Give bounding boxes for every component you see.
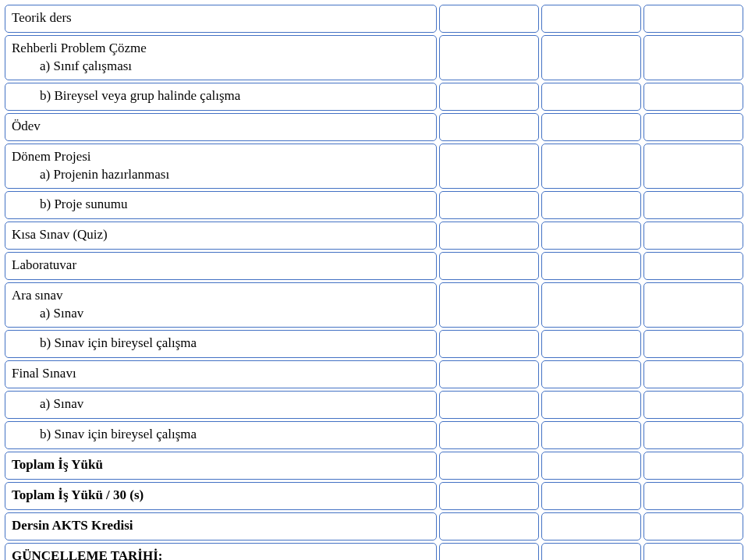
data-cell <box>643 113 743 141</box>
table-row: Ödev <box>5 113 743 141</box>
data-cell <box>439 360 539 388</box>
data-cell <box>643 391 743 419</box>
row-label-text: Toplam İş Yükü <box>12 456 103 474</box>
data-cell <box>643 452 743 480</box>
row-label-cell: Toplam İş Yükü / 30 (s) <box>5 482 437 510</box>
data-cell <box>439 543 539 560</box>
table-row: Dersin AKTS Kredisi <box>5 512 743 541</box>
table-row: GÜNCELLEME TARİHİ: <box>5 543 743 560</box>
data-cell <box>541 421 641 449</box>
data-cell <box>439 144 539 189</box>
data-cell <box>643 360 743 388</box>
data-cell <box>643 83 743 111</box>
data-cell <box>643 512 743 541</box>
row-label-text: Kısa Sınav (Quiz) <box>12 226 108 244</box>
table-row: Toplam İş Yükü <box>5 452 743 480</box>
data-cell <box>643 144 743 189</box>
data-cell <box>439 452 539 480</box>
data-cell <box>541 191 641 219</box>
data-cell <box>439 330 539 358</box>
table-row: Teorik ders <box>5 5 743 33</box>
table-row: b) Bireysel veya grup halinde çalışma <box>5 83 743 111</box>
row-label-cell: Ödev <box>5 113 437 141</box>
row-label-text: Rehberli Problem Çözme <box>12 40 147 58</box>
data-cell <box>643 282 743 328</box>
data-cell <box>541 113 641 141</box>
row-label-cell: Teorik ders <box>5 5 437 33</box>
data-cell <box>541 543 641 560</box>
data-cell <box>643 421 743 449</box>
data-cell <box>541 222 641 250</box>
data-cell <box>643 482 743 510</box>
data-cell <box>541 391 641 419</box>
data-cell <box>439 222 539 250</box>
row-label-text: Teorik ders <box>12 9 72 27</box>
data-cell <box>541 330 641 358</box>
data-cell <box>643 191 743 219</box>
data-cell <box>439 5 539 33</box>
table-row: Kısa Sınav (Quiz) <box>5 222 743 250</box>
row-label-cell: Ara sınava) Sınav <box>5 282 437 328</box>
row-label-text: b) Sınav için bireysel çalışma <box>12 335 197 353</box>
row-label-text: Dönem Projesi <box>12 148 169 166</box>
row-label-text: Laboratuvar <box>12 257 76 275</box>
row-label-cell: Rehberli Problem Çözmea) Sınıf çalışması <box>5 35 437 80</box>
data-cell <box>439 252 539 280</box>
row-label-cell: Kısa Sınav (Quiz) <box>5 222 437 250</box>
row-label-cell: Dönem Projesia) Projenin hazırlanması <box>5 144 437 189</box>
data-cell <box>541 360 641 388</box>
row-label-text: a) Projenin hazırlanması <box>12 166 169 184</box>
row-label-cell: Laboratuvar <box>5 252 437 280</box>
row-label-text: a) Sınav <box>12 305 83 323</box>
table-row: b) Proje sunumu <box>5 191 743 219</box>
data-cell <box>439 512 539 541</box>
data-cell <box>643 543 743 560</box>
row-label-cell: b) Sınav için bireysel çalışma <box>5 330 437 358</box>
row-label-cell: b) Sınav için bireysel çalışma <box>5 421 437 449</box>
table-row: Laboratuvar <box>5 252 743 280</box>
table-row: a) Sınav <box>5 391 743 419</box>
data-cell <box>541 144 641 189</box>
row-label-text: Ödev <box>12 118 41 136</box>
data-cell <box>439 83 539 111</box>
data-cell <box>541 482 641 510</box>
data-cell <box>541 5 641 33</box>
data-cell <box>439 482 539 510</box>
data-cell <box>541 452 641 480</box>
row-label-text: Toplam İş Yükü / 30 (s) <box>12 487 144 505</box>
row-label-text: GÜNCELLEME TARİHİ: <box>12 548 162 560</box>
row-label-cell: Dersin AKTS Kredisi <box>5 512 437 541</box>
row-label-text: b) Proje sunumu <box>12 196 127 214</box>
data-cell <box>643 330 743 358</box>
data-cell <box>439 35 539 80</box>
data-cell <box>439 282 539 328</box>
row-label-cell: a) Sınav <box>5 391 437 419</box>
row-label-text: Dersin AKTS Kredisi <box>12 517 133 535</box>
data-cell <box>439 391 539 419</box>
row-label-text: b) Sınav için bireysel çalışma <box>12 426 197 444</box>
data-cell <box>643 35 743 80</box>
row-label-text: Ara sınav <box>12 287 83 305</box>
table-row: Final Sınavı <box>5 360 743 388</box>
data-cell <box>541 512 641 541</box>
data-cell <box>541 83 641 111</box>
data-cell <box>439 113 539 141</box>
row-label-text: a) Sınıf çalışması <box>12 58 147 76</box>
row-label-cell: b) Proje sunumu <box>5 191 437 219</box>
data-cell <box>643 222 743 250</box>
table-row: Ara sınava) Sınav <box>5 282 743 328</box>
row-label-text: a) Sınav <box>12 395 83 413</box>
data-cell <box>541 282 641 328</box>
workload-table: Teorik dersRehberli Problem Çözmea) Sını… <box>5 5 743 560</box>
table-row: Rehberli Problem Çözmea) Sınıf çalışması <box>5 35 743 80</box>
data-cell <box>541 35 641 80</box>
data-cell <box>541 252 641 280</box>
table-row: b) Sınav için bireysel çalışma <box>5 421 743 449</box>
table-row: b) Sınav için bireysel çalışma <box>5 330 743 358</box>
table-row: Dönem Projesia) Projenin hazırlanması <box>5 144 743 189</box>
row-label-text: b) Bireysel veya grup halinde çalışma <box>12 87 240 105</box>
row-label-cell: b) Bireysel veya grup halinde çalışma <box>5 83 437 111</box>
row-label-cell: Final Sınavı <box>5 360 437 388</box>
data-cell <box>643 252 743 280</box>
row-label-text: Final Sınavı <box>12 365 76 383</box>
